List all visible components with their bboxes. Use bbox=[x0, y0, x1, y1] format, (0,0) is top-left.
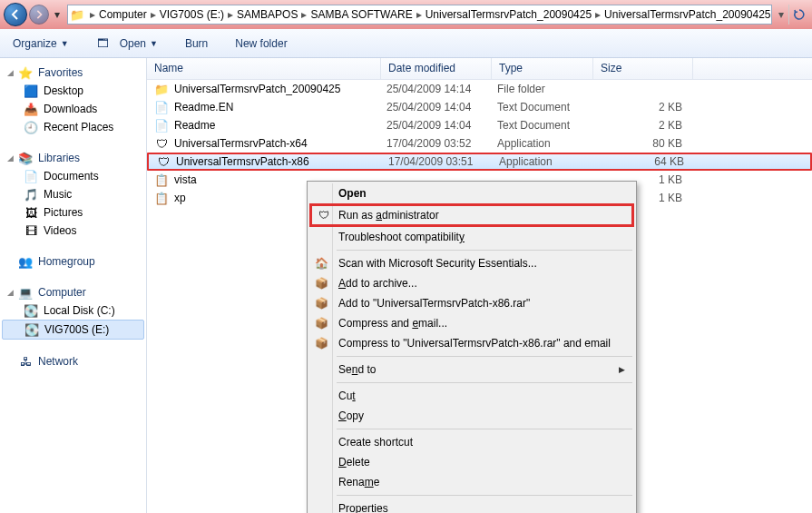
sidebar-local-disk-c[interactable]: 💽Local Disk (C:) bbox=[0, 301, 146, 320]
organize-menu[interactable]: Organize ▼ bbox=[7, 34, 74, 54]
archive-icon: 📦 bbox=[314, 296, 328, 311]
videos-icon: 🎞 bbox=[24, 223, 38, 238]
crumb-folder[interactable]: SAMBAPOS bbox=[233, 5, 301, 24]
libraries-header[interactable]: ◢📚Libraries bbox=[0, 149, 146, 167]
desktop-icon: 🟦 bbox=[24, 84, 38, 98]
reg-file-icon: 📋 bbox=[154, 191, 169, 205]
history-dropdown[interactable]: ▾ bbox=[51, 3, 64, 26]
ctx-add-to-archive[interactable]: 📦Add to archive... bbox=[309, 273, 634, 293]
navigation-pane: ◢⭐Favorites 🟦Desktop 📥Downloads 🕘Recent … bbox=[0, 58, 147, 513]
computer-icon: 💻 bbox=[18, 285, 33, 300]
ctx-properties[interactable]: Properties bbox=[309, 498, 634, 513]
sidebar-drive-e[interactable]: 💽VIG700S (E:) bbox=[2, 320, 144, 340]
ctx-run-as-administrator[interactable]: 🛡 Run as administrator bbox=[309, 203, 634, 227]
ctx-add-to-rar[interactable]: 📦Add to "UniversalTermsrvPatch-x86.rar" bbox=[309, 293, 634, 313]
back-button[interactable] bbox=[4, 3, 27, 26]
ctx-create-shortcut[interactable]: Create shortcut bbox=[309, 432, 634, 452]
recent-icon: 🕘 bbox=[24, 120, 38, 134]
crumb-folder[interactable]: UniversalTermsrvPatch_20090425 bbox=[601, 5, 772, 24]
homegroup-icon: 👥 bbox=[18, 254, 33, 269]
sidebar-pictures[interactable]: 🖼Pictures bbox=[0, 203, 146, 222]
column-date[interactable]: Date modified bbox=[381, 58, 492, 79]
ctx-open[interactable]: Open bbox=[309, 183, 634, 203]
menu-separator bbox=[337, 495, 632, 496]
downloads-icon: 📥 bbox=[24, 102, 38, 116]
crumb-folder[interactable]: SAMBA SOFTWARE bbox=[307, 5, 416, 24]
star-icon: ⭐ bbox=[18, 65, 33, 80]
network-header[interactable]: ◢🖧Network bbox=[0, 352, 146, 370]
ctx-rename[interactable]: Rename bbox=[309, 472, 634, 492]
pictures-icon: 🖼 bbox=[24, 205, 38, 220]
favorites-header[interactable]: ◢⭐Favorites bbox=[0, 64, 146, 82]
libraries-icon: 📚 bbox=[18, 151, 33, 165]
file-row[interactable]: 📁UniversalTermsrvPatch_20090425 25/04/20… bbox=[147, 80, 812, 98]
ctx-send-to[interactable]: Send to▶ bbox=[309, 360, 634, 380]
refresh-button[interactable] bbox=[788, 5, 808, 25]
file-row[interactable]: 📄Readme.EN 25/04/2009 14:04 Text Documen… bbox=[147, 98, 812, 116]
documents-icon: 📄 bbox=[24, 169, 38, 183]
sidebar-downloads[interactable]: 📥Downloads bbox=[0, 100, 146, 118]
open-icon: 🗔 bbox=[96, 36, 111, 51]
sidebar-recent-places[interactable]: 🕘Recent Places bbox=[0, 118, 146, 136]
new-folder-button[interactable]: New folder bbox=[230, 34, 292, 54]
chevron-down-icon: ▼ bbox=[61, 39, 69, 48]
sidebar-videos[interactable]: 🎞Videos bbox=[0, 222, 146, 240]
application-icon: 🛡 bbox=[154, 136, 169, 151]
file-row[interactable]: 🛡UniversalTermsrvPatch-x64 17/04/2009 03… bbox=[147, 134, 812, 153]
menu-separator bbox=[337, 250, 632, 251]
menu-separator bbox=[337, 382, 632, 383]
network-icon: 🖧 bbox=[18, 354, 33, 369]
ctx-compress-to-and-email[interactable]: 📦Compress to "UniversalTermsrvPatch-x86.… bbox=[309, 333, 634, 353]
organize-label: Organize bbox=[13, 37, 57, 50]
ctx-cut[interactable]: Cut bbox=[309, 386, 634, 406]
ctx-troubleshoot-compatibility[interactable]: Troubleshoot compatibility bbox=[309, 227, 634, 247]
forward-button[interactable] bbox=[29, 5, 49, 25]
crumb-folder[interactable]: UniversalTermsrvPatch_20090425 bbox=[422, 5, 595, 24]
drive-icon: 💽 bbox=[24, 303, 38, 318]
reg-file-icon: 📋 bbox=[154, 173, 169, 187]
open-menu[interactable]: 🗔Open ▼ bbox=[91, 33, 163, 54]
sidebar-desktop[interactable]: 🟦Desktop bbox=[0, 82, 146, 100]
open-label: Open bbox=[120, 37, 146, 50]
address-dropdown[interactable]: ▾ bbox=[774, 5, 788, 25]
favorites-label: Favorites bbox=[38, 66, 83, 79]
archive-icon: 📦 bbox=[314, 316, 328, 330]
text-file-icon: 📄 bbox=[154, 100, 169, 114]
menu-separator bbox=[337, 429, 632, 429]
collapse-icon: ◢ bbox=[7, 153, 16, 163]
application-icon: 🛡 bbox=[156, 154, 171, 169]
sidebar-music[interactable]: 🎵Music bbox=[0, 185, 146, 203]
shield-icon: 🛡 bbox=[317, 208, 331, 222]
context-menu: Open 🛡 Run as administrator Troubleshoot… bbox=[307, 181, 637, 513]
column-type[interactable]: Type bbox=[492, 58, 593, 79]
homegroup-label: Homegroup bbox=[38, 255, 95, 268]
file-row-selected[interactable]: 🛡UniversalTermsrvPatch-x86 17/04/2009 03… bbox=[147, 153, 812, 171]
menu-separator bbox=[337, 356, 632, 357]
homegroup-header[interactable]: ◢👥Homegroup bbox=[0, 252, 146, 271]
crumb-computer[interactable]: Computer bbox=[95, 5, 151, 24]
command-bar: Organize ▼ 🗔Open ▼ Burn New folder bbox=[0, 29, 812, 58]
ctx-delete[interactable]: Delete bbox=[309, 452, 634, 472]
chevron-down-icon: ▼ bbox=[150, 39, 158, 48]
archive-icon: 📦 bbox=[314, 336, 328, 350]
column-name[interactable]: Name bbox=[147, 58, 381, 79]
burn-button[interactable]: Burn bbox=[180, 34, 213, 54]
collapse-icon: ◢ bbox=[7, 288, 16, 297]
submenu-arrow-icon: ▶ bbox=[619, 365, 625, 374]
libraries-label: Libraries bbox=[38, 152, 80, 164]
crumb-drive[interactable]: VIG700S (E:) bbox=[156, 5, 228, 24]
ctx-copy[interactable]: Copy bbox=[309, 406, 634, 426]
window-navbar: ▾ 📁 ▸ Computer ▸ VIG700S (E:) ▸ SAMBAPOS… bbox=[0, 0, 812, 29]
computer-header[interactable]: ◢💻Computer bbox=[0, 283, 146, 301]
archive-icon: 📦 bbox=[314, 276, 328, 291]
column-headers: Name Date modified Type Size bbox=[147, 58, 812, 80]
address-bar[interactable]: 📁 ▸ Computer ▸ VIG700S (E:) ▸ SAMBAPOS ▸… bbox=[67, 5, 772, 25]
ctx-scan-security-essentials[interactable]: 🏠Scan with Microsoft Security Essentials… bbox=[309, 253, 634, 273]
network-label: Network bbox=[38, 355, 78, 368]
text-file-icon: 📄 bbox=[154, 118, 169, 133]
ctx-compress-and-email[interactable]: 📦Compress and email... bbox=[309, 313, 634, 333]
sidebar-documents[interactable]: 📄Documents bbox=[0, 167, 146, 185]
music-icon: 🎵 bbox=[24, 187, 38, 202]
column-size[interactable]: Size bbox=[593, 58, 693, 79]
file-row[interactable]: 📄Readme 25/04/2009 14:04 Text Document 2… bbox=[147, 116, 812, 134]
